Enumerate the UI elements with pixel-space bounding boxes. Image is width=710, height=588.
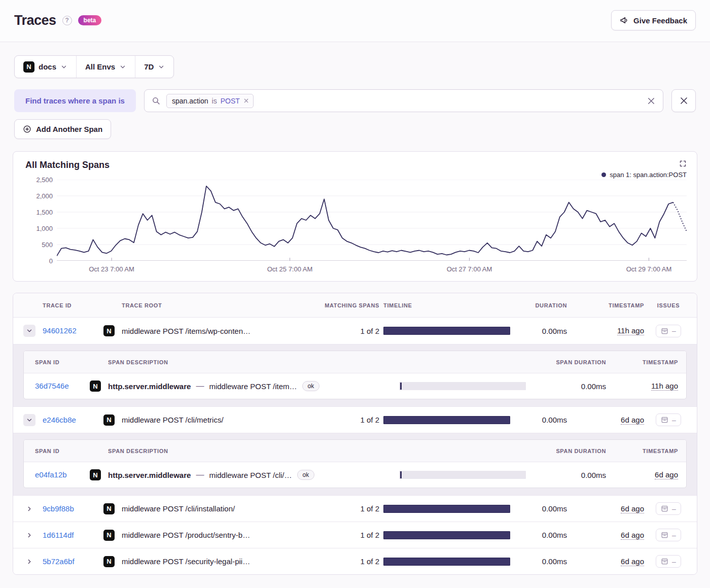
- col-matching-spans: Matching Spans: [324, 302, 379, 308]
- dash-icon: –: [672, 417, 676, 424]
- timeline-bar: [383, 416, 510, 424]
- nextjs-icon: N: [90, 381, 101, 392]
- matching-spans-count: 1 of 2: [324, 557, 379, 566]
- col-span-id: SPAN ID: [35, 448, 86, 454]
- col-timestamp: Timestamp: [571, 302, 644, 308]
- clear-search-icon[interactable]: [647, 96, 656, 106]
- expand-collapse-chevron[interactable]: [23, 529, 36, 541]
- issues-button[interactable]: –: [656, 502, 681, 515]
- help-icon[interactable]: ?: [62, 16, 72, 25]
- span-status-badge: ok: [297, 470, 315, 480]
- timeline-bar: [383, 505, 510, 513]
- expand-collapse-chevron[interactable]: [23, 556, 36, 568]
- span-id-link[interactable]: 36d7546e: [35, 382, 69, 390]
- timestamp-value[interactable]: 6d ago: [621, 557, 644, 566]
- give-feedback-button[interactable]: Give Feedback: [611, 10, 696, 30]
- find-traces-label: Find traces where a span is: [14, 89, 136, 112]
- y-tick-label: 2,500: [36, 176, 53, 184]
- dash-separator: —: [196, 382, 204, 391]
- col-span-duration: SPAN DURATION: [399, 448, 606, 454]
- y-tick-label: 1,000: [36, 225, 53, 232]
- archive-box-icon: [661, 531, 668, 539]
- matching-spans-count: 1 of 2: [324, 504, 379, 513]
- timeline-bar: [383, 327, 510, 335]
- duration-value: 0.00ms: [514, 557, 567, 566]
- timestamp-value[interactable]: 6d ago: [621, 531, 644, 540]
- col-trace-id: Trace ID: [43, 302, 99, 308]
- trace-id-link[interactable]: 94601262: [43, 326, 77, 335]
- matching-spans-count: 1 of 2: [324, 531, 379, 539]
- date-range-filter[interactable]: 7D: [135, 56, 173, 78]
- date-range-filter-label: 7D: [144, 62, 154, 71]
- span-timestamp-value[interactable]: 6d ago: [655, 470, 678, 479]
- x-tick-label: Oct 25 7:00 AM: [267, 265, 313, 273]
- timestamp-value[interactable]: 6d ago: [621, 416, 644, 425]
- matching-spans-count: 1 of 2: [324, 416, 379, 424]
- filter-token[interactable]: span.action is POST: [166, 94, 254, 108]
- span-table-header: SPAN ID SPAN DESCRIPTION SPAN DURATION T…: [24, 351, 686, 373]
- nextjs-icon: N: [103, 503, 115, 514]
- delete-query-row-button[interactable]: [671, 89, 696, 112]
- trace-root-text: middleware POST /product/sentry-b…: [122, 531, 320, 539]
- chart-plot-area[interactable]: [57, 180, 687, 261]
- span-operation: http.server.middleware: [108, 471, 191, 479]
- expand-collapse-chevron[interactable]: [23, 503, 36, 515]
- project-filter[interactable]: N docs: [15, 56, 76, 78]
- legend-dot-icon: [601, 172, 606, 177]
- page-header: Traces ? beta Give Feedback: [0, 0, 710, 42]
- span-timeline-track: [399, 471, 526, 479]
- trace-table-header: Trace ID Trace Root Matching Spans Timel…: [13, 293, 697, 318]
- y-tick-label: 2,000: [36, 192, 53, 200]
- project-filter-label: docs: [39, 62, 56, 71]
- y-tick-label: 1,500: [36, 209, 53, 216]
- y-tick-label: 500: [42, 241, 53, 249]
- matching-spans-count: 1 of 2: [324, 327, 379, 335]
- expand-collapse-chevron[interactable]: [23, 414, 36, 426]
- trace-table-row: 1d6114df N middleware POST /product/sent…: [13, 522, 697, 548]
- environment-filter[interactable]: All Envs: [76, 56, 135, 78]
- col-timeline: Timeline: [383, 302, 510, 308]
- dash-icon: –: [672, 327, 676, 334]
- token-remove-icon[interactable]: [243, 98, 249, 103]
- span-sub-table: SPAN ID SPAN DESCRIPTION SPAN DURATION T…: [23, 351, 687, 399]
- trace-id-link[interactable]: 1d6114df: [43, 531, 74, 539]
- add-another-span-button[interactable]: Add Another Span: [14, 119, 111, 139]
- span-timeline-tick: [400, 383, 402, 390]
- archive-box-icon: [661, 416, 668, 424]
- trace-root-text: middleware POST /security-legal-pii…: [122, 557, 320, 566]
- trace-root-text: middleware POST /cli/metrics/: [122, 416, 320, 424]
- duration-value: 0.00ms: [514, 327, 567, 335]
- span-id-link[interactable]: e04fa12b: [35, 470, 67, 479]
- archive-box-icon: [661, 505, 668, 512]
- col-span-id: SPAN ID: [35, 359, 86, 365]
- page-title: Traces: [14, 13, 56, 28]
- span-search-input[interactable]: span.action is POST: [144, 89, 663, 112]
- trace-id-link[interactable]: 5b72a6bf: [43, 557, 75, 566]
- dash-separator: —: [196, 470, 204, 479]
- nextjs-icon: N: [103, 530, 115, 541]
- timestamp-value[interactable]: 6d ago: [621, 504, 644, 513]
- expand-collapse-chevron[interactable]: [23, 325, 36, 337]
- token-value: POST: [221, 97, 240, 105]
- timestamp-value[interactable]: 11h ago: [617, 326, 644, 335]
- issues-button[interactable]: –: [656, 529, 681, 541]
- span-sub-table: SPAN ID SPAN DESCRIPTION SPAN DURATION T…: [23, 439, 687, 488]
- dash-icon: –: [672, 558, 676, 565]
- expanded-spans-section: SPAN ID SPAN DESCRIPTION SPAN DURATION T…: [13, 344, 697, 406]
- search-icon: [152, 96, 160, 105]
- trace-id-link[interactable]: e246cb8e: [43, 416, 76, 424]
- issues-button[interactable]: –: [656, 413, 681, 426]
- col-trace-root: Trace Root: [122, 302, 320, 308]
- issues-button[interactable]: –: [656, 325, 681, 337]
- x-tick-label: Oct 27 7:00 AM: [447, 265, 492, 273]
- trace-table-row: 5b72a6bf N middleware POST /security-leg…: [13, 548, 697, 574]
- timeline-bar: [383, 531, 510, 539]
- nextjs-project-icon: N: [23, 61, 34, 73]
- col-span-duration: SPAN DURATION: [399, 359, 606, 365]
- y-tick-label: 0: [49, 257, 53, 265]
- span-timestamp-value[interactable]: 11h ago: [651, 382, 678, 391]
- trace-id-link[interactable]: 9cb9f88b: [43, 504, 74, 513]
- issues-button[interactable]: –: [656, 555, 681, 568]
- chart-legend-item[interactable]: span 1: span.action:POST: [601, 171, 687, 179]
- fullscreen-expand-icon[interactable]: [679, 160, 687, 167]
